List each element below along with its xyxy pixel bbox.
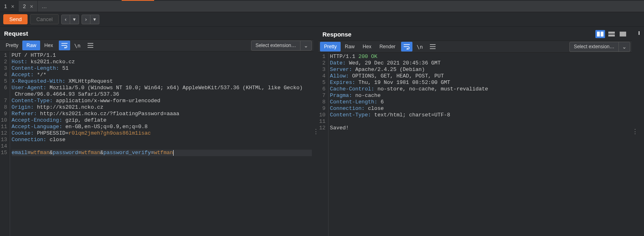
tab-label: 1 (4, 3, 7, 9)
response-header: Response (318, 27, 632, 41)
drag-handle-icon: ⋮ (632, 128, 638, 135)
response-pane: Response Pretty Raw Hex Render (318, 27, 632, 236)
svg-rect-2 (608, 32, 615, 34)
hamburger-icon[interactable] (427, 42, 438, 51)
accent-bar (0, 0, 644, 1)
line-wrap-icon[interactable] (59, 41, 70, 50)
tab-2[interactable]: 2 × (19, 1, 37, 12)
close-icon[interactable]: × (11, 4, 14, 9)
request-code[interactable]: PUT / HTTP/1.1Host: ks2021.ncko.czConten… (10, 51, 313, 236)
tab-1[interactable]: 1 × (0, 1, 19, 12)
fmt-raw[interactable]: Raw (22, 41, 40, 50)
back-dropdown[interactable]: ▾ (70, 15, 79, 24)
tab-label: 2 (23, 3, 26, 9)
close-icon[interactable]: × (30, 4, 33, 9)
layout-switcher (595, 30, 628, 38)
tab-overflow[interactable]: … (38, 1, 51, 12)
response-gutter: 123456789101112 (318, 53, 328, 236)
request-title: Request (4, 30, 28, 37)
request-format-bar: Pretty Raw Hex \n Select extension… ⌄ (0, 39, 313, 51)
svg-rect-3 (608, 34, 615, 36)
response-format-bar: Pretty Raw Hex Render \n Select extensio… (318, 41, 632, 53)
split-panes: Request Pretty Raw Hex \n Select extensi… (0, 27, 644, 236)
forward-button[interactable]: › (82, 15, 90, 24)
select-extension[interactable]: Select extension… ⌄ (569, 42, 630, 52)
pane-splitter[interactable]: ⋮ (313, 27, 318, 236)
tab-label: … (42, 3, 47, 9)
show-nonprint-icon[interactable]: \n (72, 41, 83, 50)
svg-rect-4 (620, 32, 626, 36)
back-button[interactable]: ‹ (61, 15, 70, 24)
response-title: Response (322, 31, 352, 38)
line-wrap-icon[interactable] (401, 42, 412, 51)
select-extension[interactable]: Select extension… ⌄ (251, 41, 312, 51)
cancel-button: Cancel (30, 14, 58, 24)
inspector-splitter[interactable]: ⋮ (632, 27, 638, 236)
chevron-down-icon: ⌄ (618, 42, 630, 51)
fmt-raw[interactable]: Raw (341, 42, 358, 51)
show-nonprint-icon[interactable]: \n (414, 42, 425, 51)
send-button[interactable]: Send (3, 14, 28, 24)
chevron-down-icon: ⌄ (300, 41, 311, 50)
request-pane: Request Pretty Raw Hex \n Select extensi… (0, 27, 313, 236)
history-forward-group: › ▾ (82, 15, 99, 24)
request-header: Request (0, 27, 313, 39)
layout-columns-icon[interactable] (595, 30, 605, 38)
fmt-hex[interactable]: Hex (358, 42, 375, 51)
fmt-pretty[interactable]: Pretty (2, 41, 22, 50)
tab-strip: 1 × 2 × … (0, 1, 644, 12)
response-editor[interactable]: 123456789101112 HTTP/1.1 200 OKDate: Wed… (318, 53, 632, 236)
hamburger-icon[interactable] (85, 41, 96, 50)
fmt-render[interactable]: Render (376, 42, 399, 51)
inspector-peek-label: I (638, 30, 640, 36)
select-extension-label: Select extension… (570, 42, 618, 51)
response-code[interactable]: HTTP/1.1 200 OKDate: Wed, 29 Dec 2021 20… (328, 53, 632, 236)
select-extension-label: Select extension… (251, 41, 300, 50)
fmt-hex[interactable]: Hex (40, 41, 57, 50)
svg-rect-0 (597, 32, 600, 36)
layout-rows-icon[interactable] (607, 30, 616, 38)
history-back-group: ‹ ▾ (61, 15, 79, 24)
inspector-collapsed[interactable]: I (638, 27, 644, 236)
request-gutter: 123456 789101112131415 (0, 51, 10, 236)
action-bar: Send Cancel ‹ ▾ › ▾ (0, 12, 644, 27)
forward-dropdown[interactable]: ▾ (90, 15, 99, 24)
layout-single-icon[interactable] (618, 30, 628, 38)
request-editor[interactable]: 123456 789101112131415 PUT / HTTP/1.1Hos… (0, 51, 313, 236)
svg-rect-1 (601, 32, 603, 36)
fmt-pretty[interactable]: Pretty (320, 42, 341, 51)
